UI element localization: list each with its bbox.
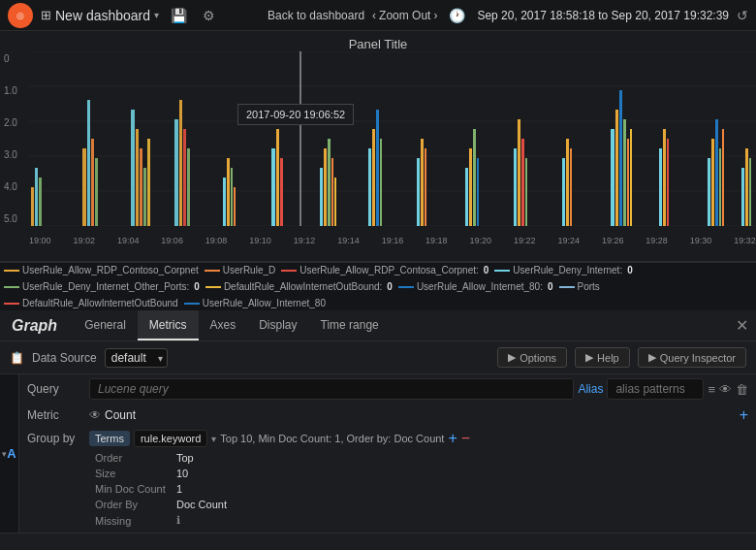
sub-field-size: Size 10	[95, 466, 748, 481]
svg-rect-30	[280, 158, 283, 226]
sub-fields: Order Top Size 10 Min Doc Count 1 Order …	[27, 450, 748, 529]
query-eye-icon[interactable]: 👁	[719, 382, 732, 397]
svg-rect-50	[525, 158, 527, 226]
svg-rect-39	[380, 139, 382, 226]
clock-icon: 🕐	[445, 8, 469, 23]
time-range-display: Sep 20, 2017 18:58:18 to Sep 20, 2017 19…	[477, 9, 729, 22]
legend-color-1	[205, 270, 220, 272]
y-label-4: 4.0	[4, 181, 25, 192]
help-btn[interactable]: ▶ Help	[575, 347, 630, 368]
zoom-out-btn[interactable]: ‹ Zoom Out ›	[372, 9, 437, 22]
legend-item-rdp[interactable]: UserRule_Allow_RDP_Contosa_Corpnet: 0	[281, 265, 488, 275]
datasource-select[interactable]: default	[105, 348, 168, 368]
refresh-icon[interactable]: ↺	[737, 8, 748, 23]
legend-value-default: 0	[387, 281, 393, 292]
svg-rect-37	[372, 129, 375, 226]
metric-add-btn[interactable]: +	[740, 406, 748, 424]
panel-title: Graph	[8, 310, 73, 340]
missing-info-icon[interactable]: ℹ	[176, 514, 180, 527]
svg-rect-60	[659, 148, 662, 226]
missing-label: Missing	[95, 515, 173, 527]
x-label-0: 19:00	[29, 236, 51, 245]
groupby-remove-btn[interactable]: −	[461, 430, 470, 447]
legend-color-ports	[559, 286, 575, 288]
svg-rect-52	[566, 139, 569, 226]
legend-item-deny-other[interactable]: UserRule_Deny_Internet_Other_Ports: 0	[4, 281, 200, 292]
panel-close-btn[interactable]: ✕	[736, 310, 756, 340]
legend-item-deny[interactable]: UserRule_Deny_Internet: 0	[494, 265, 632, 275]
svg-rect-43	[465, 168, 468, 226]
metric-label: Metric	[27, 408, 85, 422]
save-icon[interactable]: 💾	[167, 8, 191, 23]
alias-btn[interactable]: Alias	[578, 382, 603, 396]
svg-rect-26	[231, 168, 233, 226]
svg-rect-45	[473, 129, 476, 226]
groupby-tag[interactable]: Terms	[89, 431, 130, 446]
svg-rect-17	[140, 148, 142, 226]
svg-rect-22	[183, 129, 186, 226]
legend-item-1[interactable]: UserRule_D	[205, 265, 275, 275]
groupby-add-btn[interactable]: +	[448, 430, 457, 447]
query-toggle-icon[interactable]: ≡	[708, 382, 715, 397]
svg-rect-23	[187, 148, 190, 226]
svg-rect-11	[82, 148, 86, 226]
query-row: ▾ A Query Alias ≡ 👁 🗑 Metric 👁 Count +	[0, 374, 756, 534]
svg-rect-64	[711, 139, 714, 226]
legend-item-default[interactable]: DefaultRule_AllowInternetOutBound: 0	[205, 281, 393, 292]
groupby-field[interactable]: rule.keyword	[134, 430, 207, 447]
size-value: 10	[176, 468, 188, 479]
chart-tooltip: 2017-09-20 19:06:52	[237, 104, 354, 125]
grafana-logo[interactable]: ◎	[8, 3, 33, 28]
query-inspector-btn[interactable]: ▶ Query Inspector	[638, 347, 746, 368]
tab-time-range[interactable]: Time range	[309, 310, 391, 340]
tab-general[interactable]: General	[73, 310, 138, 340]
legend-color-default-out	[4, 303, 19, 305]
query-input[interactable]	[89, 378, 574, 400]
tab-axes[interactable]: Axes	[199, 310, 248, 340]
svg-rect-53	[570, 148, 572, 226]
legend-label-default: DefaultRule_AllowInternetOutBound:	[224, 281, 382, 292]
legend-label-ports: Ports	[578, 281, 600, 292]
alias-input[interactable]	[607, 378, 704, 400]
tab-metrics[interactable]: Metrics	[138, 310, 199, 340]
datasource-select-wrap: default	[105, 348, 168, 368]
svg-rect-10	[39, 178, 42, 226]
legend-item-ports[interactable]: Ports	[559, 281, 600, 292]
settings-icon[interactable]: ⚙	[199, 8, 219, 23]
legend-value-deny: 0	[627, 265, 633, 275]
x-label-4: 19:08	[205, 236, 228, 245]
options-btn[interactable]: ▶ Options	[497, 347, 567, 368]
dashboard-grid-icon: ⊞	[41, 8, 51, 22]
legend-color-allow80	[398, 286, 414, 288]
legend-item-0[interactable]: UserRule_Allow_RDP_Contoso_Corpnet	[4, 265, 199, 275]
legend-item-default-out[interactable]: DefaultRule_AllowInternetOutBound	[4, 298, 178, 308]
dashboard-breadcrumb[interactable]: ⊞ New dashboard ▾	[41, 8, 159, 23]
min-doc-value: 1	[176, 483, 182, 495]
svg-rect-28	[271, 148, 275, 226]
svg-rect-36	[368, 148, 371, 226]
help-arrow-icon: ▶	[585, 351, 593, 364]
query-header: Query Alias ≡ 👁 🗑	[27, 378, 748, 400]
groupby-info: Top 10, Min Doc Count: 1, Order by: Doc …	[220, 433, 444, 444]
svg-rect-55	[615, 110, 618, 226]
svg-rect-58	[627, 139, 629, 226]
svg-rect-46	[477, 158, 479, 226]
legend-item-allow-internet[interactable]: UserRule_Allow_Internet_80	[184, 298, 326, 308]
tab-display[interactable]: Display	[247, 310, 308, 340]
back-to-dashboard-btn[interactable]: Back to dashboard	[268, 9, 364, 22]
x-label-11: 19:22	[514, 236, 536, 245]
y-label-0: 0	[4, 53, 25, 64]
breadcrumb-chevron: ▾	[154, 10, 159, 20]
x-label-3: 19:06	[161, 236, 183, 245]
y-label-5: 5.0	[4, 213, 25, 224]
query-body: Query Alias ≡ 👁 🗑 Metric 👁 Count + Grou	[19, 374, 756, 533]
metric-eye-icon[interactable]: 👁	[89, 408, 101, 422]
svg-rect-29	[276, 129, 279, 226]
groupby-dropdown-icon[interactable]: ▾	[211, 434, 216, 444]
datasource-icon: 📋	[10, 351, 24, 365]
query-delete-icon[interactable]: 🗑	[736, 382, 748, 397]
legend-color-deny	[494, 270, 510, 272]
chart-legend: UserRule_Allow_RDP_Contoso_Corpnet UserR…	[0, 262, 756, 310]
legend-item-allow80[interactable]: UserRule_Allow_Internet_80: 0	[398, 281, 553, 292]
svg-rect-12	[87, 100, 90, 226]
